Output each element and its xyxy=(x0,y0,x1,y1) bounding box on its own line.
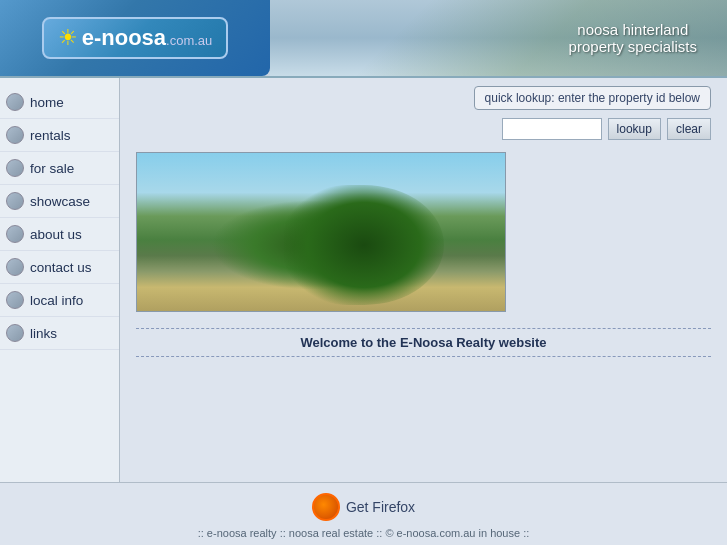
quick-lookup-bar: quick lookup: enter the property id belo… xyxy=(136,86,711,110)
logo-text: e-noosa.com.au xyxy=(82,25,213,51)
sidebar-item-about-us[interactable]: about us xyxy=(0,218,119,251)
sidebar-item-local-info[interactable]: local info xyxy=(0,284,119,317)
firefox-label: Get Firefox xyxy=(346,499,415,515)
header-tagline-area: noosa hinterland property specialists xyxy=(270,0,727,76)
sidebar-item-rentals[interactable]: rentals xyxy=(0,119,119,152)
welcome-section: Welcome to the E-Noosa Realty website xyxy=(136,328,711,357)
footer-links: :: e-noosa realty :: noosa real estate :… xyxy=(0,527,727,539)
for-sale-nav-icon xyxy=(6,159,24,177)
lookup-button[interactable]: lookup xyxy=(608,118,661,140)
links-nav-icon xyxy=(6,324,24,342)
firefox-badge[interactable]: Get Firefox xyxy=(312,493,415,521)
home-nav-label: home xyxy=(30,95,64,110)
property-image xyxy=(136,152,506,312)
sun-icon: ☀ xyxy=(58,27,78,49)
sidebar-item-links[interactable]: links xyxy=(0,317,119,350)
logo-box: ☀ e-noosa.com.au xyxy=(42,17,229,59)
logo-area: ☀ e-noosa.com.au xyxy=(0,0,270,76)
showcase-nav-icon xyxy=(6,192,24,210)
about-us-nav-icon xyxy=(6,225,24,243)
links-nav-label: links xyxy=(30,326,57,341)
top-divider xyxy=(136,328,711,329)
tagline-line2: property specialists xyxy=(569,38,697,55)
content-area: quick lookup: enter the property id belo… xyxy=(120,78,727,482)
property-id-input[interactable] xyxy=(502,118,602,140)
for-sale-nav-label: for sale xyxy=(30,161,74,176)
domain-text: .com.au xyxy=(166,33,212,48)
rentals-nav-icon xyxy=(6,126,24,144)
lookup-form: lookup clear xyxy=(136,118,711,140)
contact-us-nav-icon xyxy=(6,258,24,276)
sidebar-item-for-sale[interactable]: for sale xyxy=(0,152,119,185)
sidebar-item-home[interactable]: home xyxy=(0,86,119,119)
home-nav-icon xyxy=(6,93,24,111)
local-info-nav-icon xyxy=(6,291,24,309)
bottom-divider xyxy=(136,356,711,357)
firefox-icon xyxy=(312,493,340,521)
tagline-line1: noosa hinterland xyxy=(569,21,697,38)
rentals-nav-label: rentals xyxy=(30,128,71,143)
tagline: noosa hinterland property specialists xyxy=(569,21,697,55)
contact-us-nav-label: contact us xyxy=(30,260,92,275)
quick-lookup-label: quick lookup: enter the property id belo… xyxy=(474,86,711,110)
header: ☀ e-noosa.com.au noosa hinterland proper… xyxy=(0,0,727,78)
clear-button[interactable]: clear xyxy=(667,118,711,140)
local-info-nav-label: local info xyxy=(30,293,83,308)
showcase-nav-label: showcase xyxy=(30,194,90,209)
footer: Get Firefox :: e-noosa realty :: noosa r… xyxy=(0,482,727,545)
about-us-nav-label: about us xyxy=(30,227,82,242)
welcome-text: Welcome to the E-Noosa Realty website xyxy=(136,335,711,350)
brand-name: e-noosa xyxy=(82,25,166,50)
sidebar-item-contact-us[interactable]: contact us xyxy=(0,251,119,284)
sidebar-item-showcase[interactable]: showcase xyxy=(0,185,119,218)
main-layout: home rentals for sale showcase about us … xyxy=(0,78,727,482)
sidebar: home rentals for sale showcase about us … xyxy=(0,78,120,482)
